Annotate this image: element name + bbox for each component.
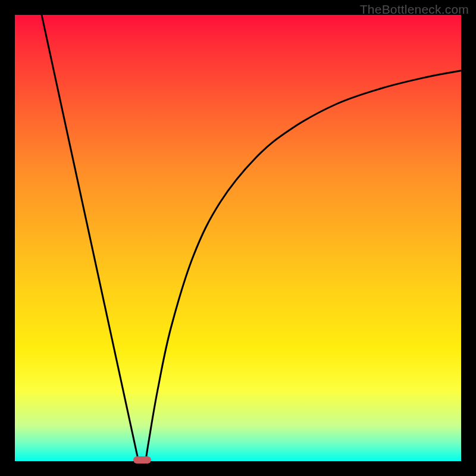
right-curve [146, 71, 461, 461]
curve-layer [15, 15, 461, 461]
left-curve [42, 15, 139, 461]
min-marker [133, 456, 151, 464]
watermark-text: TheBottleneck.com [360, 2, 469, 17]
